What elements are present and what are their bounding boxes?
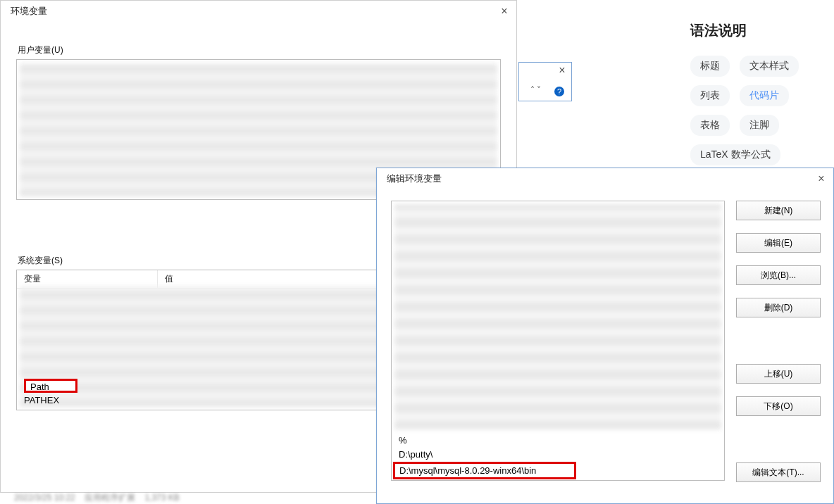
delete-button[interactable]: 删除(D) xyxy=(736,298,821,317)
new-button[interactable]: 新建(N) xyxy=(736,201,821,220)
help-tag[interactable]: 列表 xyxy=(690,85,730,106)
help-tag[interactable]: 文本样式 xyxy=(740,56,799,77)
user-vars-label: 用户变量(U) xyxy=(18,44,516,56)
env-window-titlebar: 环境变量 × xyxy=(1,1,516,22)
path-entry[interactable]: % xyxy=(394,434,721,447)
edit-dialog-side-buttons: 新建(N) 编辑(E) 浏览(B)... 删除(D) 上移(U) 下移(O) 编… xyxy=(736,201,821,503)
close-icon[interactable]: × xyxy=(557,65,567,75)
edit-env-var-dialog: 编辑环境变量 × % D:\putty\ D:\mysql\mysql-8.0.… xyxy=(376,168,834,504)
footer-blurred: 2022/3/25 10:22 应用程序扩展 1,373 KB xyxy=(14,492,180,504)
move-up-button[interactable]: 上移(U) xyxy=(736,364,821,384)
pathex-variable-row[interactable]: PATHEX xyxy=(24,395,59,405)
help-tag[interactable]: 代码片 xyxy=(740,85,789,106)
help-tag[interactable]: 标题 xyxy=(690,56,730,77)
redacted-content xyxy=(394,204,721,429)
help-title: 语法说明 xyxy=(690,21,834,40)
background-panel: × ˄ ˅ ? xyxy=(518,62,572,101)
help-icon[interactable]: ? xyxy=(554,87,564,96)
edit-text-button[interactable]: 编辑文本(T)... xyxy=(736,462,821,482)
edit-dialog-titlebar: 编辑环境变量 × xyxy=(377,168,833,189)
browse-button[interactable]: 浏览(B)... xyxy=(736,265,821,285)
move-down-button[interactable]: 下移(O) xyxy=(736,396,821,416)
edit-button[interactable]: 编辑(E) xyxy=(736,233,821,253)
chevron-up-down-icon[interactable]: ˄ ˅ xyxy=(530,85,541,95)
path-entry[interactable]: D:\putty\ xyxy=(394,448,721,461)
close-icon[interactable]: × xyxy=(499,6,509,16)
close-icon[interactable]: × xyxy=(816,174,826,184)
path-entries-list[interactable]: % D:\putty\ D:\mysql\mysql-8.0.29-winx64… xyxy=(391,201,725,481)
help-tag[interactable]: 注脚 xyxy=(740,115,779,136)
edit-dialog-title: 编辑环境变量 xyxy=(387,172,442,185)
env-window-title: 环境变量 xyxy=(11,5,47,18)
help-tag[interactable]: LaTeX 数学公式 xyxy=(690,144,780,165)
path-entry-mysql[interactable]: D:\mysql\mysql-8.0.29-winx64\bin xyxy=(393,462,576,479)
help-tag[interactable]: 表格 xyxy=(690,115,730,136)
path-variable-row[interactable]: Path xyxy=(24,379,77,393)
